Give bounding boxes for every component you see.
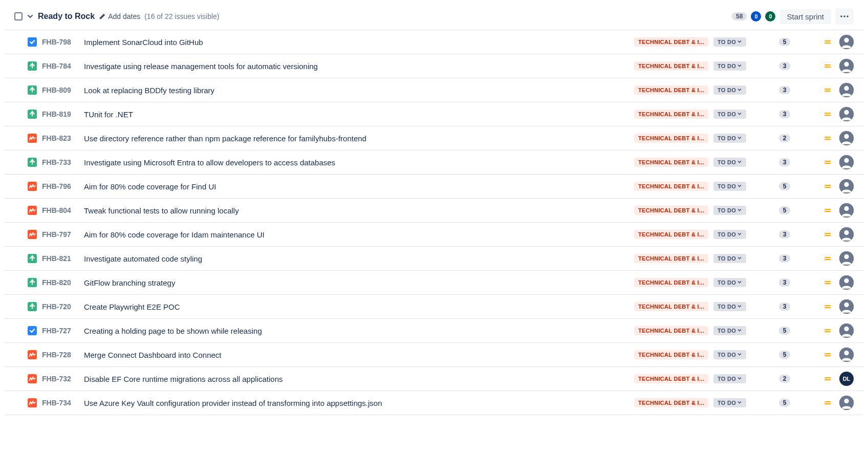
status-dropdown[interactable]: TO DO: [713, 85, 746, 95]
issue-key[interactable]: FHB-821: [42, 254, 77, 263]
assignee-avatar[interactable]: DL: [839, 372, 854, 386]
assignee-avatar-unassigned[interactable]: [839, 323, 854, 338]
issue-row[interactable]: FHB-734Use Azure Key Vault configuration…: [4, 391, 864, 415]
epic-badge[interactable]: TECHNICAL DEBT & I...: [634, 326, 708, 335]
issue-summary[interactable]: Look at replacing BDDfy testing library: [82, 86, 629, 95]
issue-key[interactable]: FHB-796: [42, 182, 77, 190]
assignee-avatar-unassigned[interactable]: [839, 59, 854, 73]
assignee-avatar-unassigned[interactable]: [839, 131, 854, 145]
issue-row[interactable]: FHB-798Implement SonarCloud into GitHubT…: [4, 30, 864, 54]
issue-key[interactable]: FHB-732: [42, 375, 77, 383]
issue-summary[interactable]: Tweak functional tests to allow running …: [82, 206, 629, 215]
issue-key[interactable]: FHB-819: [42, 110, 77, 118]
issue-row[interactable]: FHB-727Creating a holding page to be sho…: [4, 319, 864, 343]
status-dropdown[interactable]: TO DO: [713, 134, 746, 143]
issue-summary[interactable]: GitFlow branching strategy: [82, 278, 629, 287]
assignee-avatar-unassigned[interactable]: [839, 179, 854, 193]
status-dropdown[interactable]: TO DO: [713, 278, 746, 287]
status-dropdown[interactable]: TO DO: [713, 350, 746, 359]
issue-summary[interactable]: Aim for 80% code coverage for Idam maint…: [82, 230, 629, 239]
issue-row[interactable]: FHB-809Look at replacing BDDfy testing l…: [4, 78, 864, 102]
issue-row[interactable]: FHB-820GitFlow branching strategyTECHNIC…: [4, 271, 864, 295]
start-sprint-button[interactable]: Start sprint: [779, 9, 831, 24]
status-dropdown[interactable]: TO DO: [713, 61, 746, 71]
assignee-avatar-unassigned[interactable]: [839, 396, 854, 410]
assignee-avatar-unassigned[interactable]: [839, 203, 854, 218]
issue-summary[interactable]: Implement SonarCloud into GitHub: [82, 38, 629, 47]
issue-summary[interactable]: TUnit for .NET: [82, 110, 629, 119]
issue-row[interactable]: FHB-804Tweak functional tests to allow r…: [4, 199, 864, 223]
assignee-avatar-unassigned[interactable]: [839, 348, 854, 362]
issue-key[interactable]: FHB-720: [42, 303, 77, 311]
epic-badge[interactable]: TECHNICAL DEBT & I...: [634, 110, 708, 119]
issue-key[interactable]: FHB-728: [42, 351, 77, 359]
issue-row[interactable]: FHB-819TUnit for .NETTECHNICAL DEBT & I.…: [4, 102, 864, 126]
issue-row[interactable]: FHB-784Investigate using release managem…: [4, 54, 864, 78]
add-dates-button[interactable]: Add dates: [99, 12, 140, 20]
issue-row[interactable]: FHB-821Investigate automated code stylin…: [4, 247, 864, 271]
assignee-avatar-unassigned[interactable]: [839, 227, 854, 242]
status-dropdown[interactable]: TO DO: [713, 182, 746, 191]
more-actions-button[interactable]: [835, 8, 854, 25]
issue-summary[interactable]: Creating a holding page to be shown whil…: [82, 327, 629, 335]
status-dropdown[interactable]: TO DO: [713, 398, 746, 407]
assignee-avatar-unassigned[interactable]: [839, 275, 854, 290]
epic-badge[interactable]: TECHNICAL DEBT & I...: [634, 61, 708, 71]
issue-key[interactable]: FHB-798: [42, 38, 77, 46]
status-dropdown[interactable]: TO DO: [713, 206, 746, 215]
issue-row[interactable]: FHB-732Disable EF Core runtime migration…: [4, 367, 864, 391]
assignee-avatar-unassigned[interactable]: [839, 251, 854, 266]
issue-key[interactable]: FHB-823: [42, 134, 77, 142]
status-dropdown[interactable]: TO DO: [713, 230, 746, 239]
issue-key[interactable]: FHB-734: [42, 399, 77, 407]
issue-row[interactable]: FHB-796Aim for 80% code coverage for Fin…: [4, 175, 864, 199]
issue-key[interactable]: FHB-804: [42, 206, 77, 214]
issue-summary[interactable]: Disable EF Core runtime migrations acros…: [82, 375, 629, 383]
issue-summary[interactable]: Investigate using Microsoft Entra to all…: [82, 158, 629, 167]
epic-badge[interactable]: TECHNICAL DEBT & I...: [634, 182, 708, 191]
issue-summary[interactable]: Investigate automated code styling: [82, 254, 629, 263]
assignee-avatar-unassigned[interactable]: [839, 83, 854, 97]
status-dropdown[interactable]: TO DO: [713, 326, 746, 335]
epic-badge[interactable]: TECHNICAL DEBT & I...: [634, 85, 708, 95]
collapse-toggle[interactable]: [27, 13, 34, 20]
issue-key[interactable]: FHB-797: [42, 230, 77, 239]
issue-summary[interactable]: Use Azure Key Vault configuration provid…: [82, 399, 629, 407]
assignee-avatar-unassigned[interactable]: [839, 299, 854, 314]
issue-row[interactable]: FHB-733Investigate using Microsoft Entra…: [4, 150, 864, 175]
epic-badge[interactable]: TECHNICAL DEBT & I...: [634, 37, 708, 47]
select-all-checkbox[interactable]: [14, 12, 23, 20]
assignee-avatar-unassigned[interactable]: [839, 107, 854, 121]
epic-badge[interactable]: TECHNICAL DEBT & I...: [634, 278, 708, 287]
issue-summary[interactable]: Aim for 80% code coverage for Find UI: [82, 182, 629, 191]
issue-summary[interactable]: Create Playwright E2E POC: [82, 303, 629, 311]
issue-row[interactable]: FHB-797Aim for 80% code coverage for Ida…: [4, 223, 864, 247]
issue-row[interactable]: FHB-720Create Playwright E2E POCTECHNICA…: [4, 295, 864, 319]
status-dropdown[interactable]: TO DO: [713, 254, 746, 263]
status-dropdown[interactable]: TO DO: [713, 374, 746, 383]
epic-badge[interactable]: TECHNICAL DEBT & I...: [634, 302, 708, 311]
issue-summary[interactable]: Use directory reference rather than npm …: [82, 134, 629, 143]
issue-summary[interactable]: Merge Connect Dashboard into Connect: [82, 351, 629, 359]
assignee-avatar-unassigned[interactable]: [839, 35, 854, 49]
epic-badge[interactable]: TECHNICAL DEBT & I...: [634, 134, 708, 143]
issue-key[interactable]: FHB-784: [42, 62, 77, 70]
status-dropdown[interactable]: TO DO: [713, 37, 746, 47]
sprint-title[interactable]: Ready to Rock: [38, 12, 95, 21]
issue-key[interactable]: FHB-809: [42, 86, 77, 94]
issue-key[interactable]: FHB-733: [42, 158, 77, 166]
epic-badge[interactable]: TECHNICAL DEBT & I...: [634, 350, 708, 359]
epic-badge[interactable]: TECHNICAL DEBT & I...: [634, 374, 708, 383]
issue-row[interactable]: FHB-728Merge Connect Dashboard into Conn…: [4, 343, 864, 367]
issue-row[interactable]: FHB-823Use directory reference rather th…: [4, 126, 864, 150]
status-dropdown[interactable]: TO DO: [713, 110, 746, 119]
issue-summary[interactable]: Investigate using release management too…: [82, 62, 629, 71]
epic-badge[interactable]: TECHNICAL DEBT & I...: [634, 230, 708, 239]
epic-badge[interactable]: TECHNICAL DEBT & I...: [634, 206, 708, 215]
status-dropdown[interactable]: TO DO: [713, 302, 746, 311]
status-dropdown[interactable]: TO DO: [713, 158, 746, 167]
epic-badge[interactable]: TECHNICAL DEBT & I...: [634, 254, 708, 263]
epic-badge[interactable]: TECHNICAL DEBT & I...: [634, 398, 708, 407]
issue-key[interactable]: FHB-727: [42, 327, 77, 335]
issue-key[interactable]: FHB-820: [42, 278, 77, 287]
